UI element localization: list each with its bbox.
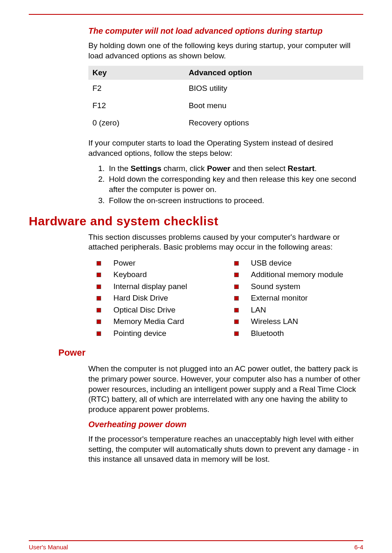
list-item: Power [88,257,226,269]
square-bullet-icon [97,296,101,301]
list-item: External monitor [226,292,364,304]
step-1-text-prefix: In the [109,164,131,173]
footer-left-text: User's Manual [29,544,68,551]
list-item-label: Power [113,257,136,269]
list-item-label: LAN [251,304,266,316]
square-bullet-icon [234,319,239,324]
square-bullet-icon [97,273,101,277]
top-horizontal-rule [29,14,363,15]
square-bullet-icon [97,308,101,312]
list-item: Pointing device [88,328,226,340]
heading-overheating: Overheating power down [88,420,363,429]
list-item: Additional memory module [226,269,364,281]
table-row: F2 BIOS utility [88,80,363,97]
list-item-label: Hard Disk Drive [113,292,168,304]
table-cell-key: 0 (zero) [88,114,184,132]
heading-hardware-checklist: Hardware and system checklist [29,214,363,228]
heading-power: Power [58,347,363,358]
step-1-text-mid1: charm, click [161,164,207,173]
square-bullet-icon [97,261,101,266]
list-item: Hard Disk Drive [88,292,226,304]
step-1: In the Settings charm, click Power and t… [107,164,363,174]
square-bullet-icon [234,308,239,312]
intro-paragraph-1: By holding down one of the following key… [88,41,363,61]
square-bullet-icon [97,331,101,336]
list-item: Optical Disc Drive [88,304,226,316]
step-3: Follow the on-screen instructions to pro… [107,196,363,206]
list-item: Sound system [226,281,364,293]
heading-advanced-options: The computer will not load advanced opti… [88,26,363,36]
steps-list: In the Settings charm, click Power and t… [88,164,363,206]
table-row: F12 Boot menu [88,97,363,114]
list-item: Wireless LAN [226,316,364,328]
table-cell-option: BIOS utility [184,80,363,97]
table-row: 0 (zero) Recovery options [88,114,363,132]
square-bullet-icon [234,296,239,301]
table-cell-option: Recovery options [184,114,363,132]
square-bullet-icon [97,319,101,324]
table-header-option: Advanced option [184,66,363,80]
table-cell-option: Boot menu [184,97,363,114]
list-item-label: USB device [251,257,292,269]
square-bullet-icon [234,261,239,266]
list-item-label: Memory Media Card [113,316,184,328]
square-bullet-icon [234,331,239,336]
list-item: LAN [226,304,364,316]
step-1-bold-power: Power [207,164,231,173]
step-1-text-suffix: . [315,164,317,173]
table-cell-key: F12 [88,97,184,114]
list-item-label: External monitor [251,292,308,304]
hardware-intro-paragraph: This section discusses problems caused b… [88,232,363,252]
list-item-label: Wireless LAN [251,316,298,328]
list-item-label: Internal display panel [113,281,187,293]
square-bullet-icon [97,285,101,289]
list-item-label: Sound system [251,281,300,293]
table-header-key: Key [88,66,184,80]
hardware-two-column-list: Power Keyboard Internal display panel Ha… [88,257,363,340]
square-bullet-icon [234,273,239,277]
step-1-bold-settings: Settings [131,164,161,173]
square-bullet-icon [234,285,239,289]
overheating-paragraph: If the processor's temperature reaches a… [88,434,363,465]
step-1-text-mid2: and then select [231,164,288,173]
list-item: Bluetooth [226,328,364,340]
hardware-right-list: USB device Additional memory module Soun… [226,257,364,340]
list-item: Internal display panel [88,281,226,293]
list-item-label: Optical Disc Drive [113,304,175,316]
table-cell-key: F2 [88,80,184,97]
power-paragraph: When the computer is not plugged into an… [88,364,363,414]
list-item-label: Keyboard [113,269,147,281]
table-header-row: Key Advanced option [88,66,363,80]
list-item-label: Bluetooth [251,328,284,340]
step-1-bold-restart: Restart [288,164,314,173]
key-advanced-option-table: Key Advanced option F2 BIOS utility F12 … [88,66,363,132]
after-table-paragraph: If your computer starts to load the Oper… [88,138,363,158]
page-footer: User's Manual 6-4 [29,540,363,551]
list-item-label: Additional memory module [251,269,344,281]
list-item: USB device [226,257,364,269]
step-2: Hold down the corresponding key and then… [107,174,363,194]
list-item: Keyboard [88,269,226,281]
hardware-left-list: Power Keyboard Internal display panel Ha… [88,257,226,340]
list-item-label: Pointing device [113,328,166,340]
list-item: Memory Media Card [88,316,226,328]
footer-page-number: 6-4 [354,544,363,551]
